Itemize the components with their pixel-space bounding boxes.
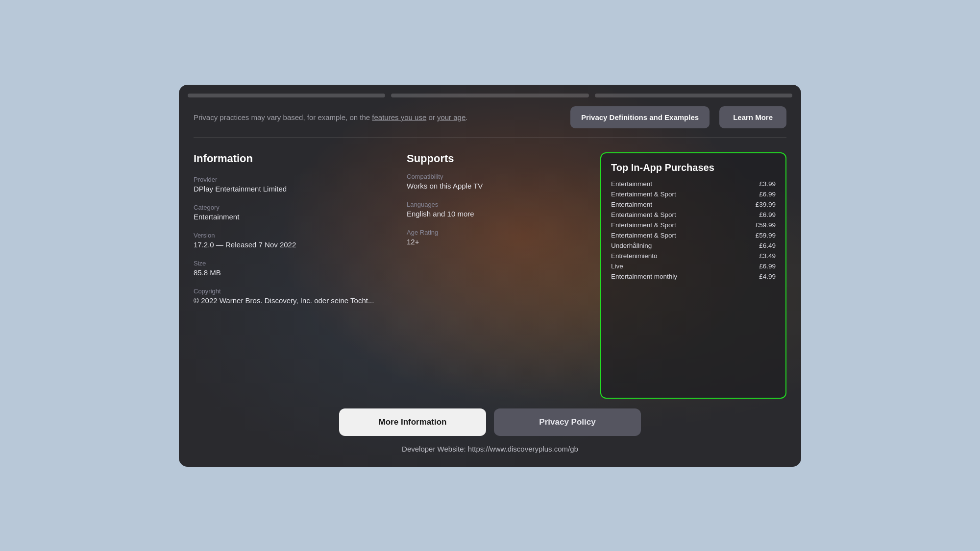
iap-list-item: Entertainment & Sport£59.99 [611, 232, 776, 239]
top-tabs [179, 85, 801, 97]
iap-item-price: £3.49 [759, 252, 776, 260]
iap-list-item: Entertainment & Sport£6.99 [611, 211, 776, 218]
tab-indicator-1 [188, 94, 385, 97]
iap-item-name: Entretenimiento [611, 252, 658, 260]
iap-item-price: £39.99 [756, 201, 776, 208]
languages-label: Languages [407, 201, 600, 208]
compatibility-field: Compatibility Works on this Apple TV [407, 173, 600, 190]
iap-item-name: Entertainment [611, 201, 652, 208]
compatibility-value: Works on this Apple TV [407, 182, 600, 190]
provider-value: DPlay Entertainment Limited [194, 185, 387, 193]
version-label: Version [194, 232, 387, 239]
privacy-bar: Privacy practices may vary based, for ex… [179, 97, 801, 137]
iap-list: Entertainment£3.99Entertainment & Sport£… [611, 180, 776, 280]
iap-item-price: £6.99 [759, 211, 776, 218]
iap-item-price: £59.99 [756, 221, 776, 229]
copyright-label: Copyright [194, 287, 387, 295]
iap-list-item: Underhållning£6.49 [611, 242, 776, 249]
iap-item-price: £6.49 [759, 242, 776, 249]
iap-item-name: Entertainment [611, 180, 652, 188]
provider-field: Provider DPlay Entertainment Limited [194, 176, 387, 193]
main-content: Information Provider DPlay Entertainment… [179, 138, 801, 399]
app-window: Privacy practices may vary based, for ex… [179, 85, 801, 467]
more-information-button[interactable]: More Information [339, 408, 486, 436]
iap-item-price: £6.99 [759, 191, 776, 198]
age-rating-label: Age Rating [407, 229, 600, 236]
iap-item-name: Entertainment & Sport [611, 191, 676, 198]
iap-item-name: Entertainment & Sport [611, 221, 676, 229]
compatibility-label: Compatibility [407, 173, 600, 180]
iap-list-item: Entertainment & Sport£59.99 [611, 221, 776, 229]
bottom-section: More Information Privacy Policy Develope… [179, 399, 801, 467]
iap-list-item: Entretenimiento£3.49 [611, 252, 776, 260]
iap-list-item: Live£6.99 [611, 263, 776, 270]
languages-field: Languages English and 10 more [407, 201, 600, 218]
copyright-value: © 2022 Warner Bros. Discovery, Inc. oder… [194, 296, 387, 305]
copyright-field: Copyright © 2022 Warner Bros. Discovery,… [194, 287, 387, 305]
developer-url: Developer Website: https://www.discovery… [402, 445, 578, 453]
size-value: 85.8 MB [194, 268, 387, 277]
learn-more-button[interactable]: Learn More [719, 106, 786, 128]
tab-indicator-3 [595, 94, 792, 97]
iap-item-name: Entertainment & Sport [611, 232, 676, 239]
provider-label: Provider [194, 176, 387, 183]
privacy-policy-button[interactable]: Privacy Policy [494, 408, 641, 436]
iap-item-name: Live [611, 263, 623, 270]
category-field: Category Entertainment [194, 204, 387, 221]
privacy-definitions-button[interactable]: Privacy Definitions and Examples [570, 106, 710, 128]
tab-indicator-2 [391, 94, 588, 97]
bottom-buttons: More Information Privacy Policy [339, 408, 641, 436]
iap-item-price: £59.99 [756, 232, 776, 239]
category-value: Entertainment [194, 213, 387, 221]
supports-column: Supports Compatibility Works on this App… [387, 152, 600, 399]
version-field: Version 17.2.0 — Released 7 Nov 2022 [194, 232, 387, 249]
size-field: Size 85.8 MB [194, 260, 387, 277]
iap-item-price: £6.99 [759, 263, 776, 270]
version-value: 17.2.0 — Released 7 Nov 2022 [194, 240, 387, 249]
languages-value: English and 10 more [407, 210, 600, 218]
age-rating-value: 12+ [407, 238, 600, 246]
category-label: Category [194, 204, 387, 211]
iap-list-item: Entertainment monthly£4.99 [611, 273, 776, 280]
iap-list-item: Entertainment & Sport£6.99 [611, 191, 776, 198]
supports-section-title: Supports [407, 152, 600, 165]
iap-section-title: Top In-App Purchases [611, 162, 776, 173]
iap-list-item: Entertainment£39.99 [611, 201, 776, 208]
information-section-title: Information [194, 152, 387, 165]
iap-item-name: Underhållning [611, 242, 652, 249]
privacy-notice-text: Privacy practices may vary based, for ex… [194, 113, 561, 121]
size-label: Size [194, 260, 387, 267]
iap-item-name: Entertainment monthly [611, 273, 677, 280]
iap-item-name: Entertainment & Sport [611, 211, 676, 218]
iap-item-price: £3.99 [759, 180, 776, 188]
iap-list-item: Entertainment£3.99 [611, 180, 776, 188]
age-rating-field: Age Rating 12+ [407, 229, 600, 246]
iap-item-price: £4.99 [759, 273, 776, 280]
information-column: Information Provider DPlay Entertainment… [194, 152, 387, 399]
top-iap-column: Top In-App Purchases Entertainment£3.99E… [600, 152, 786, 399]
